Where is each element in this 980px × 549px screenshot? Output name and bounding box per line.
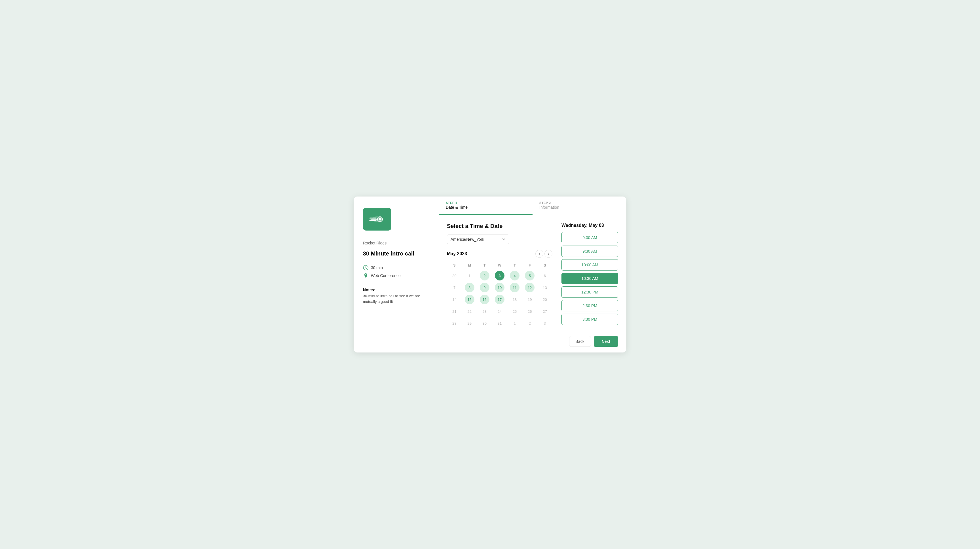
duration-item: 30 min (363, 265, 430, 271)
calendar-cell: 25 (507, 306, 522, 317)
calendar-cell: 19 (522, 293, 537, 306)
calendar-cell: 3 (537, 317, 552, 329)
calendar-cell: 30 (447, 270, 462, 282)
step-2: STEP 2 Information (533, 197, 626, 215)
calendar-cell: 2 (522, 317, 537, 329)
calendar-cell: 23 (477, 306, 492, 317)
dow-sat: S (537, 262, 552, 270)
calendar-grid: S M T W T F S 30123456789101112131415161… (447, 262, 552, 329)
company-logo (363, 208, 391, 231)
calendar-cell: 6 (537, 270, 552, 282)
selected-date-label: Wednesday, May 03 (562, 223, 618, 228)
calendar-cell: 1 (507, 317, 522, 329)
timezone-select[interactable]: America/New_York (447, 234, 509, 244)
step-2-number: STEP 2 (539, 201, 619, 204)
calendar-cell[interactable]: 2 (477, 270, 492, 282)
calendar-side: Select a Time & Date America/New_York Ma… (447, 223, 552, 329)
time-slots-list: 9:00 AM9:30 AM10:00 AM10:30 AM12:30 PM2:… (562, 232, 618, 329)
calendar-cell: 26 (522, 306, 537, 317)
dow-sun: S (447, 262, 462, 270)
calendar-cell[interactable]: 9 (477, 282, 492, 293)
calendar-cell[interactable]: 17 (492, 293, 507, 306)
calendar-cell: 31 (492, 317, 507, 329)
calendar-cell: 18 (507, 293, 522, 306)
calendar-cell: 22 (462, 306, 477, 317)
calendar-cell: 20 (537, 293, 552, 306)
section-title: Select a Time & Date (447, 223, 552, 229)
chevron-down-icon (502, 237, 506, 241)
location-icon (363, 273, 369, 278)
dow-mon: M (462, 262, 477, 270)
calendar-cell[interactable]: 12 (522, 282, 537, 293)
event-meta: 30 min Web Conference (363, 265, 430, 278)
notes-label: Notes: (363, 288, 430, 292)
calendar-cell: 13 (537, 282, 552, 293)
dow-tue: T (477, 262, 492, 270)
svg-point-5 (379, 218, 381, 220)
content-area: Select a Time & Date America/New_York Ma… (439, 215, 626, 336)
calendar-cell: 28 (447, 317, 462, 329)
time-slot[interactable]: 2:30 PM (562, 300, 618, 311)
footer: Back Next (439, 336, 626, 352)
calendar-cell[interactable]: 10 (492, 282, 507, 293)
calendar-cell: 24 (492, 306, 507, 317)
time-slot[interactable]: 10:00 AM (562, 259, 618, 271)
calendar-cell[interactable]: 11 (507, 282, 522, 293)
calendar-header: May 2023 ‹ › (447, 250, 552, 258)
time-slot[interactable]: 9:00 AM (562, 232, 618, 243)
time-panel: Wednesday, May 03 9:00 AM9:30 AM10:00 AM… (562, 223, 618, 329)
time-slot[interactable]: 9:30 AM (562, 245, 618, 257)
time-slot[interactable]: 3:30 PM (562, 313, 618, 325)
calendar-cell[interactable]: 5 (522, 270, 537, 282)
calendar-cell[interactable]: 15 (462, 293, 477, 306)
timezone-value: America/New_York (450, 237, 484, 242)
clock-icon (363, 265, 369, 271)
next-month-button[interactable]: › (544, 250, 552, 258)
calendar: May 2023 ‹ › S M T W (447, 250, 552, 329)
svg-point-7 (365, 274, 366, 275)
step-1-name: Date & Time (446, 205, 526, 210)
calendar-cell[interactable]: 8 (462, 282, 477, 293)
month-label: May 2023 (447, 251, 467, 256)
calendar-cell: 29 (462, 317, 477, 329)
sidebar: Rocket Rides 30 Minute intro call 30 min… (354, 197, 439, 352)
calendar-cell[interactable]: 16 (477, 293, 492, 306)
time-slot[interactable]: 12:30 PM (562, 286, 618, 298)
location-item: Web Conference (363, 273, 430, 278)
event-title: 30 Minute intro call (363, 250, 430, 257)
notes-text: 30-minute intro call to see if we are mu… (363, 293, 430, 304)
calendar-cell: 1 (462, 270, 477, 282)
dow-fri: F (522, 262, 537, 270)
company-name: Rocket Rides (363, 241, 430, 245)
calendar-cell: 30 (477, 317, 492, 329)
dow-wed: W (492, 262, 507, 270)
prev-month-button[interactable]: ‹ (535, 250, 543, 258)
calendar-cell: 21 (447, 306, 462, 317)
time-slot[interactable]: 10:30 AM (562, 273, 618, 284)
back-button[interactable]: Back (569, 336, 591, 347)
calendar-cell: 27 (537, 306, 552, 317)
calendar-nav: ‹ › (535, 250, 552, 258)
calendar-cell: 14 (447, 293, 462, 306)
step-1-number: STEP 1 (446, 201, 526, 204)
steps-header: STEP 1 Date & Time STEP 2 Information (439, 197, 626, 215)
main-panel: STEP 1 Date & Time STEP 2 Information Se… (439, 197, 626, 352)
calendar-cell[interactable]: 4 (507, 270, 522, 282)
duration-label: 30 min (371, 266, 383, 270)
calendar-cell: 7 (447, 282, 462, 293)
step-1: STEP 1 Date & Time (439, 197, 533, 215)
next-button[interactable]: Next (594, 336, 618, 347)
location-label: Web Conference (371, 274, 401, 278)
step-2-name: Information (539, 205, 619, 210)
dow-thu: T (507, 262, 522, 270)
notes-section: Notes: 30-minute intro call to see if we… (363, 288, 430, 304)
booking-modal: Rocket Rides 30 Minute intro call 30 min… (354, 197, 626, 352)
calendar-cell[interactable]: 3 (492, 270, 507, 282)
